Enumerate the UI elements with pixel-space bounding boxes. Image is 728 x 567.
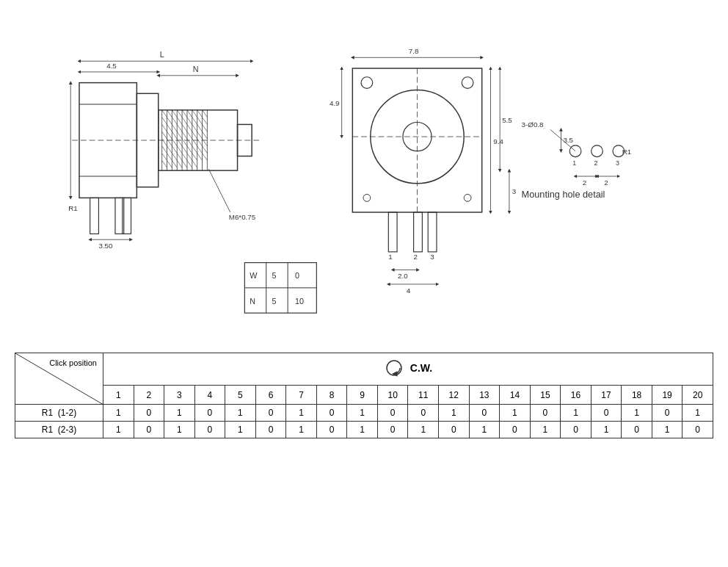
svg-rect-111 xyxy=(428,212,437,252)
r1-12-v9: 1 xyxy=(347,405,378,422)
svg-line-53 xyxy=(172,139,177,146)
r1-12-v7: 1 xyxy=(286,405,317,422)
r1-12-v14: 1 xyxy=(500,405,531,422)
svg-line-81 xyxy=(177,160,182,167)
dim-45: 4.5 xyxy=(106,62,117,70)
svg-line-70 xyxy=(167,154,172,161)
r1-23-v4: 0 xyxy=(194,422,225,438)
dim-N: N xyxy=(193,65,199,73)
dim-20: 2.0 xyxy=(398,272,408,280)
table-w-val2: 0 xyxy=(295,271,299,280)
dim-2b: 2 xyxy=(604,178,608,187)
mount-pin1: 1 xyxy=(572,159,576,167)
table-n-label: N xyxy=(250,297,255,306)
svg-line-54 xyxy=(177,139,182,146)
svg-line-59 xyxy=(203,139,208,146)
pos-3: 3 xyxy=(164,386,195,405)
svg-line-19 xyxy=(182,110,187,118)
click-table: Click position xyxy=(15,353,713,438)
r1-12-v13: 0 xyxy=(469,405,500,422)
pos-1: 1 xyxy=(103,386,134,405)
r1-23-v5: 1 xyxy=(225,422,256,438)
r1-12-v6: 0 xyxy=(255,405,286,422)
dim-78: 7.8 xyxy=(409,47,419,55)
r1-23-v15: 1 xyxy=(530,422,561,438)
pos-16: 16 xyxy=(561,386,592,405)
svg-line-48 xyxy=(192,131,197,139)
diagonal-header-cell: Click position xyxy=(15,353,103,405)
pos-6: 6 xyxy=(255,386,286,405)
pos-7: 7 xyxy=(286,386,317,405)
pos-9: 9 xyxy=(347,386,378,405)
cw-circle-icon xyxy=(384,358,404,378)
svg-line-80 xyxy=(172,160,177,167)
svg-line-68 xyxy=(203,146,208,154)
svg-line-61 xyxy=(167,146,172,154)
svg-line-36 xyxy=(177,124,182,131)
position-numbers-row: 1 2 3 4 5 6 7 8 9 10 11 12 13 14 15 16 1 xyxy=(15,386,713,405)
svg-line-84 xyxy=(192,160,197,167)
r1-mounting: R1 xyxy=(622,148,632,156)
svg-line-66 xyxy=(192,146,197,154)
svg-line-44 xyxy=(172,131,177,139)
dim-94: 9.4 xyxy=(493,137,503,145)
click-table-area: Click position xyxy=(7,353,721,438)
svg-line-38 xyxy=(187,124,192,131)
r1-12-v18: 1 xyxy=(622,405,652,422)
pos-2: 2 xyxy=(134,386,164,405)
svg-line-91 xyxy=(208,169,230,212)
r1-23-v12: 0 xyxy=(439,422,470,438)
pos-13: 13 xyxy=(469,386,500,405)
svg-line-33 xyxy=(162,124,167,131)
r1-12-v5: 1 xyxy=(225,405,256,422)
r1-12-v19: 0 xyxy=(652,405,682,422)
dim-4: 4 xyxy=(407,286,411,295)
cw-label: C.W. xyxy=(410,362,432,374)
svg-line-56 xyxy=(187,139,192,146)
r1-12-v15: 0 xyxy=(530,405,561,422)
dim-49: 4.9 xyxy=(330,99,340,107)
svg-line-69 xyxy=(162,154,167,161)
svg-line-82 xyxy=(182,160,187,167)
svg-line-46 xyxy=(182,131,187,139)
pos-11: 11 xyxy=(408,386,439,405)
svg-line-37 xyxy=(182,124,187,131)
r1-23-v3: 1 xyxy=(164,422,195,438)
svg-line-32 xyxy=(203,118,208,125)
svg-line-24 xyxy=(162,118,167,125)
technical-drawing: R1 3.50 M6*0.75 4.5 L N W 5 xyxy=(7,7,721,345)
svg-line-18 xyxy=(177,110,182,118)
r1-12-v11: 0 xyxy=(408,405,439,422)
pos-10: 10 xyxy=(377,386,408,405)
r1-12-v17: 0 xyxy=(591,405,622,422)
r1-12-row: R1 (1-2) 1 0 1 0 1 0 1 0 1 0 0 1 0 1 0 xyxy=(15,405,713,422)
svg-line-77 xyxy=(203,154,208,161)
svg-rect-109 xyxy=(388,212,397,252)
svg-point-119 xyxy=(569,145,581,157)
svg-point-105 xyxy=(361,77,373,89)
dim-35: 3.5 xyxy=(563,136,573,144)
pin2-label: 2 xyxy=(414,253,418,261)
svg-line-47 xyxy=(187,131,192,139)
svg-line-58 xyxy=(197,139,203,146)
svg-line-23 xyxy=(203,110,208,118)
svg-line-74 xyxy=(187,154,192,161)
svg-line-34 xyxy=(167,124,172,131)
svg-line-64 xyxy=(182,146,187,154)
svg-line-17 xyxy=(172,110,177,118)
pos-8: 8 xyxy=(316,386,347,405)
table-n-val1: 5 xyxy=(272,297,277,306)
pos-19: 19 xyxy=(652,386,682,405)
pos-17: 17 xyxy=(591,386,622,405)
svg-line-27 xyxy=(177,118,182,125)
pos-4: 4 xyxy=(194,386,225,405)
click-position-label: Click position xyxy=(49,358,97,368)
r1-23-v14: 0 xyxy=(500,422,531,438)
table-w-val1: 5 xyxy=(272,271,277,280)
r1-12-v2: 0 xyxy=(134,405,164,422)
svg-point-120 xyxy=(592,145,603,157)
svg-line-67 xyxy=(197,146,203,154)
pos-20: 20 xyxy=(682,386,713,405)
svg-line-28 xyxy=(182,118,187,125)
svg-line-78 xyxy=(162,160,167,167)
